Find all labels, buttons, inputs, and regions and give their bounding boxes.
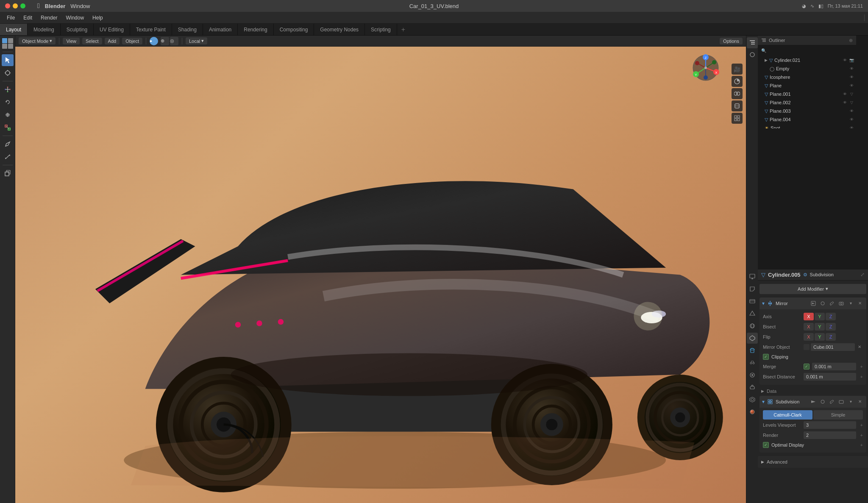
tab-shading[interactable]: Shading (172, 24, 203, 35)
add-modifier-button[interactable]: Add Modifier ▾ (760, 284, 866, 294)
menu-file[interactable]: File (3, 14, 18, 22)
subdiv-close-icon[interactable]: ✕ (856, 398, 864, 406)
merge-plus-icon[interactable]: + (860, 364, 863, 369)
physics-icon[interactable] (747, 370, 758, 381)
mirror-edit-icon[interactable] (828, 300, 836, 307)
tab-scripting[interactable]: Scripting (365, 24, 397, 35)
mirror-axis-z[interactable]: Z (826, 313, 836, 320)
mirror-render-icon[interactable] (819, 300, 826, 307)
mirror-axis-y[interactable]: Y (815, 313, 825, 320)
apple-menu[interactable]:  (37, 2, 40, 10)
mirror-expand-icon[interactable]: ▾ (847, 300, 854, 307)
subdiv-render-icon[interactable] (819, 398, 826, 406)
catmull-clark-button[interactable]: Catmull-Clark (763, 410, 812, 420)
visibility-icon-3[interactable]: 👁 (849, 74, 854, 80)
add-workspace-button[interactable]: + (397, 24, 409, 35)
tab-rendering[interactable]: Rendering (238, 24, 273, 35)
material-icon[interactable] (747, 406, 758, 417)
tab-compositing[interactable]: Compositing (274, 24, 314, 35)
snap-toggle[interactable]: ⊕ (161, 37, 169, 45)
tab-modeling[interactable]: Modeling (28, 24, 61, 35)
tab-sculpting[interactable]: Sculpting (61, 24, 94, 35)
outliner-item-plane002[interactable]: ▽ Plane.002 👁 ▽ (758, 98, 856, 107)
render-plus[interactable]: + (860, 433, 863, 438)
mirror-axis-x[interactable]: X (804, 313, 814, 320)
outliner-item-plane[interactable]: ▽ Plane 👁 (758, 81, 856, 90)
expand-mirror-icon[interactable]: ▾ (762, 300, 765, 306)
optimal-display-checkbox[interactable]: ✓ (763, 442, 769, 448)
subdiv-edit-icon[interactable] (828, 398, 836, 406)
options-button[interactable]: Options (720, 38, 743, 44)
visibility-icon-4[interactable]: 👁 (849, 83, 854, 89)
mirror-camera-icon[interactable] (837, 300, 845, 307)
menu-render[interactable]: Render (37, 14, 61, 22)
tab-animation[interactable]: Animation (203, 24, 238, 35)
output-props-icon[interactable] (747, 283, 758, 295)
constraints-icon[interactable] (747, 382, 758, 393)
scene-props-icon[interactable] (747, 49, 758, 60)
scene-icon[interactable] (747, 308, 758, 319)
subdiv-dropdown-icon[interactable]: ▾ (847, 398, 854, 406)
outliner-item-empty[interactable]: ◯ Empty 👁 (758, 64, 856, 73)
view-menu[interactable]: View (63, 38, 80, 44)
render-value[interactable]: 2 (804, 431, 856, 439)
expand-subdiv-icon[interactable]: ▾ (762, 399, 765, 405)
viewport-overlay-icon[interactable] (732, 88, 743, 99)
bisect-z[interactable]: Z (826, 323, 836, 331)
fullscreen-icon[interactable]: ⤢ (860, 272, 865, 278)
clipping-checkbox[interactable]: ✓ (763, 354, 769, 360)
tab-texture-paint[interactable]: Texture Paint (130, 24, 172, 35)
outliner-item-plane004[interactable]: ▽ Plane.004 👁 (758, 115, 856, 124)
outliner-search[interactable]: 🔍 (760, 47, 854, 54)
optimal-display-plus[interactable]: + (860, 442, 863, 447)
vis-5[interactable]: 👁 (842, 91, 848, 97)
render-vis-icon[interactable]: 📷 (849, 57, 854, 63)
levels-vp-plus[interactable]: + (860, 422, 863, 428)
scale-tool-button[interactable] (2, 109, 14, 121)
particles-icon[interactable] (747, 357, 758, 368)
outliner-item-plane001[interactable]: ▽ Plane.001 👁 ▽ (758, 90, 856, 98)
bisect-y[interactable]: Y (815, 323, 825, 331)
minimize-button[interactable] (13, 3, 18, 8)
merge-checkbox[interactable]: ✓ (804, 364, 810, 370)
vis-8[interactable]: 👁 (849, 117, 854, 122)
measure-tool-button[interactable] (2, 151, 14, 163)
merge-value-field[interactable]: 0.001 m (812, 363, 856, 370)
bisect-dist-plus[interactable]: + (860, 374, 863, 379)
mirror-close-icon[interactable]: ✕ (856, 300, 864, 307)
select-tool-button[interactable] (2, 54, 14, 66)
window-menu[interactable]: Window (70, 3, 90, 9)
vis-9[interactable]: 👁 (849, 125, 854, 129)
outliner-icon[interactable] (747, 37, 758, 48)
cursor-tool-button[interactable] (2, 67, 14, 79)
outliner-item-icosphere[interactable]: ▽ Icosphere 👁 (758, 73, 856, 81)
move-tool-button[interactable] (2, 83, 14, 95)
rotate-tool-button[interactable] (2, 96, 14, 108)
menu-edit[interactable]: Edit (20, 14, 36, 22)
add-menu[interactable]: Add (105, 38, 120, 44)
bisect-x[interactable]: X (804, 323, 814, 331)
add-cube-button[interactable] (2, 167, 14, 179)
visibility-icon-2[interactable]: 👁 (849, 66, 854, 72)
mirror-realtime-icon[interactable] (810, 300, 817, 307)
levels-viewport-value[interactable]: 3 (804, 421, 856, 429)
annotate-tool-button[interactable] (2, 138, 14, 150)
camera-view-icon[interactable]: 🎥 (732, 64, 743, 75)
outliner-item-cylinder021[interactable]: ▶ ▽ Cylinder.021 👁 📷 (758, 56, 856, 64)
subdiv-realtime-icon[interactable] (810, 398, 817, 406)
object-mode-dropdown[interactable]: Object Mode ▾ (19, 37, 56, 44)
menu-window[interactable]: Window (62, 14, 87, 22)
close-button[interactable] (5, 3, 10, 8)
world-icon[interactable] (747, 320, 758, 331)
object-menu[interactable]: Object (122, 38, 142, 44)
vis-6[interactable]: 👁 (842, 100, 848, 106)
tab-geometry-nodes[interactable]: Geometry Nodes (314, 24, 365, 35)
view-layer-icon[interactable] (747, 296, 758, 307)
viewport-shading-solid[interactable]: ● (150, 37, 158, 45)
data-section-header[interactable]: ▶ Data (758, 386, 868, 396)
vis-7[interactable]: 👁 (849, 108, 854, 114)
mirror-object-input[interactable]: Cube.001 (811, 343, 855, 351)
tab-layout[interactable]: Layout (0, 24, 28, 35)
object-props-icon[interactable] (747, 333, 758, 344)
transform-tool-button[interactable] (2, 122, 14, 133)
